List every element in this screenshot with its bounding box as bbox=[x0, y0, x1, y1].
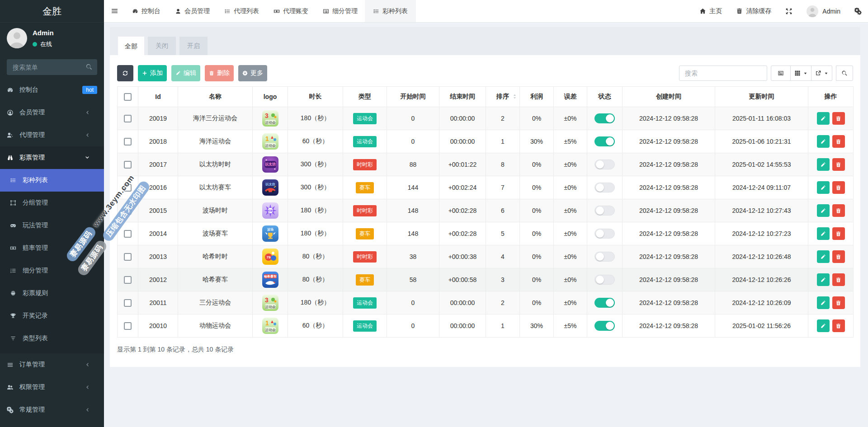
filter-tab[interactable]: 全部 bbox=[118, 37, 144, 57]
clear-cache-link[interactable]: 清除缓存 bbox=[736, 7, 771, 15]
column-header[interactable]: 误差 bbox=[554, 87, 587, 107]
row-delete-button[interactable] bbox=[832, 250, 845, 263]
select-all-checkbox[interactable] bbox=[124, 93, 132, 101]
sidebar-search-input[interactable] bbox=[7, 59, 97, 75]
row-edit-button[interactable] bbox=[817, 181, 830, 194]
delete-button[interactable]: 删除 bbox=[205, 65, 234, 81]
column-header[interactable]: 更新时间 bbox=[715, 87, 808, 107]
fullscreen-icon[interactable] bbox=[785, 8, 793, 15]
sidebar-item[interactable]: 会员管理 bbox=[0, 101, 104, 124]
status-toggle[interactable] bbox=[594, 206, 615, 216]
edit-button[interactable]: 编辑 bbox=[171, 65, 200, 81]
sidebar-subitem[interactable]: 彩种列表 bbox=[0, 169, 104, 192]
table-search-input[interactable] bbox=[679, 66, 767, 81]
sidebar-subitem[interactable]: 玩法管理 bbox=[0, 214, 104, 237]
sidebar-item[interactable]: 订单管理 bbox=[0, 353, 104, 376]
sidebar-subitem[interactable]: 开奖记录 bbox=[0, 305, 104, 327]
row-delete-button[interactable] bbox=[832, 112, 845, 125]
hamburger-icon[interactable] bbox=[104, 0, 125, 22]
row-checkbox[interactable] bbox=[124, 299, 132, 307]
status-toggle[interactable] bbox=[594, 136, 615, 146]
column-header[interactable]: 名称 bbox=[178, 87, 253, 107]
column-header[interactable]: 利润 bbox=[520, 87, 554, 107]
row-delete-button[interactable] bbox=[832, 135, 845, 148]
navbar-user[interactable]: Admin bbox=[807, 5, 840, 17]
column-header[interactable]: 状态 bbox=[587, 87, 623, 107]
sidebar-item[interactable]: 彩票管理 bbox=[0, 146, 104, 169]
row-edit-button[interactable] bbox=[817, 296, 830, 309]
column-header[interactable]: 创建时间 bbox=[623, 87, 715, 107]
status-toggle[interactable] bbox=[594, 298, 615, 308]
trash-icon bbox=[736, 8, 743, 14]
sidebar-subitem[interactable]: 类型列表 bbox=[0, 327, 104, 350]
row-delete-button[interactable] bbox=[832, 273, 845, 286]
refresh-button[interactable] bbox=[117, 65, 133, 81]
settings-gears-icon[interactable] bbox=[854, 8, 862, 15]
navbar-tab[interactable]: 会员管理 bbox=[170, 0, 215, 22]
row-checkbox[interactable] bbox=[124, 207, 132, 215]
row-edit-button[interactable] bbox=[817, 204, 830, 217]
row-edit-button[interactable] bbox=[817, 227, 830, 240]
sort-icon[interactable] bbox=[512, 94, 518, 99]
column-header[interactable]: 时长 bbox=[288, 87, 343, 107]
column-header[interactable]: logo bbox=[253, 87, 288, 107]
row-edit-button[interactable] bbox=[817, 112, 830, 125]
search-button[interactable] bbox=[836, 66, 853, 81]
row-edit-button[interactable] bbox=[817, 273, 830, 286]
status-toggle[interactable] bbox=[594, 113, 615, 123]
row-checkbox[interactable] bbox=[124, 276, 132, 284]
row-checkbox[interactable] bbox=[124, 115, 132, 122]
navbar-tab[interactable]: 代理列表 bbox=[219, 0, 264, 22]
row-delete-button[interactable] bbox=[832, 158, 845, 171]
status-toggle[interactable] bbox=[594, 229, 615, 239]
sidebar-subitem[interactable]: 细分管理 bbox=[0, 259, 104, 282]
column-header[interactable]: 排序 bbox=[486, 87, 520, 107]
row-delete-button[interactable] bbox=[832, 319, 845, 332]
row-delete-button[interactable] bbox=[832, 181, 845, 194]
status-toggle[interactable] bbox=[594, 252, 615, 262]
sidebar-subitem[interactable]: 分组管理 bbox=[0, 192, 104, 214]
columns-button[interactable] bbox=[791, 66, 811, 81]
sidebar-item[interactable]: 权限管理 bbox=[0, 376, 104, 399]
add-button[interactable]: 添加 bbox=[138, 65, 167, 81]
column-header[interactable]: 结束时间 bbox=[439, 87, 486, 107]
chevron-left-icon bbox=[85, 362, 94, 367]
row-checkbox[interactable] bbox=[124, 253, 132, 261]
column-header[interactable]: 操作 bbox=[808, 87, 854, 107]
row-edit-button[interactable] bbox=[817, 135, 830, 148]
row-checkbox[interactable] bbox=[124, 138, 132, 145]
more-button[interactable]: 更多 bbox=[238, 65, 267, 81]
navbar-tab[interactable]: 细分管理 bbox=[317, 0, 363, 22]
sidebar-item[interactable]: 代理管理 bbox=[0, 124, 104, 146]
row-checkbox[interactable] bbox=[124, 161, 132, 169]
status-toggle[interactable] bbox=[594, 160, 615, 169]
row-edit-button[interactable] bbox=[817, 250, 830, 263]
row-delete-button[interactable] bbox=[832, 227, 845, 240]
sidebar-subitem[interactable]: 彩票规则 bbox=[0, 282, 104, 305]
filter-tab[interactable]: 开启 bbox=[179, 37, 208, 55]
export-button[interactable] bbox=[811, 66, 832, 81]
row-checkbox[interactable] bbox=[124, 184, 132, 192]
column-header[interactable]: 类型 bbox=[343, 87, 387, 107]
row-edit-button[interactable] bbox=[817, 158, 830, 171]
navbar-tab[interactable]: 控制台 bbox=[127, 0, 166, 22]
status-toggle[interactable] bbox=[594, 321, 615, 331]
filter-tab[interactable]: 关闭 bbox=[148, 37, 176, 55]
status-toggle[interactable] bbox=[594, 275, 615, 285]
row-checkbox[interactable] bbox=[124, 322, 132, 330]
navbar-tab[interactable]: 代理账变 bbox=[268, 0, 314, 22]
column-header[interactable]: 开始时间 bbox=[387, 87, 439, 107]
card-view-button[interactable] bbox=[771, 66, 791, 81]
row-checkbox[interactable] bbox=[124, 230, 132, 238]
sidebar-item[interactable]: 常规管理 bbox=[0, 399, 104, 421]
home-link[interactable]: 主页 bbox=[699, 7, 722, 15]
column-header[interactable]: Id bbox=[138, 87, 178, 107]
search-icon[interactable] bbox=[85, 63, 93, 70]
row-edit-button[interactable] bbox=[817, 319, 830, 332]
sidebar-item[interactable]: 控制台hot bbox=[0, 79, 104, 101]
sidebar-subitem[interactable]: 赔率管理 bbox=[0, 237, 104, 259]
navbar-tab[interactable]: 彩种列表 bbox=[365, 0, 416, 22]
status-toggle[interactable] bbox=[594, 183, 615, 192]
row-delete-button[interactable] bbox=[832, 296, 845, 309]
row-delete-button[interactable] bbox=[832, 204, 845, 217]
